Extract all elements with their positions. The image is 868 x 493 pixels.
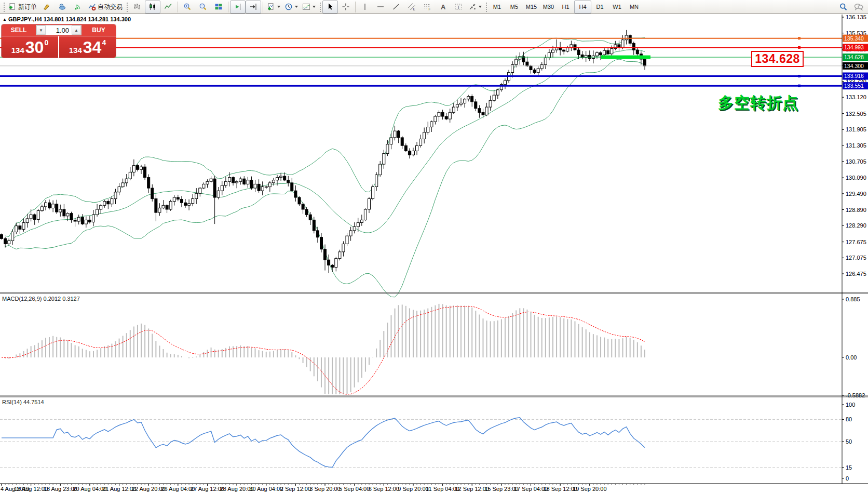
- timeframe-MN[interactable]: MN: [626, 1, 643, 14]
- candle-body: [158, 208, 161, 212]
- candle-body: [221, 185, 223, 191]
- candle-body: [111, 199, 113, 204]
- candle-body: [603, 50, 606, 55]
- candle-body: [600, 52, 602, 55]
- timeframe-M1[interactable]: M1: [489, 1, 506, 14]
- horizontal-line-button[interactable]: [373, 1, 388, 14]
- search-button[interactable]: [835, 1, 851, 14]
- auto-scroll-button[interactable]: [230, 1, 246, 14]
- fibonacci-button[interactable]: F: [419, 1, 435, 14]
- toolbar-grip[interactable]: [3, 2, 5, 12]
- volume-increase-button[interactable]: ▲: [72, 25, 81, 35]
- timeframe-M30[interactable]: M30: [540, 1, 557, 14]
- candles-chart-button[interactable]: [145, 1, 160, 14]
- line-chart-button[interactable]: [160, 1, 176, 14]
- volume-decrease-button[interactable]: ▼: [36, 25, 46, 35]
- zoom-out-icon: [199, 3, 207, 11]
- candle-body: [210, 179, 212, 181]
- candle-body: [636, 50, 639, 54]
- candle-body: [456, 104, 458, 107]
- zoom-out-button[interactable]: [195, 1, 211, 14]
- candle-body: [26, 219, 29, 223]
- chat-button[interactable]: [851, 1, 866, 14]
- candle-body: [257, 184, 260, 191]
- date-label: 5 Sep 04:00: [339, 486, 370, 492]
- toolbar-grip[interactable]: [126, 2, 128, 12]
- candle-body: [254, 184, 256, 188]
- new-order-icon: [8, 3, 17, 11]
- auto-trading-button[interactable]: 自动交易: [86, 1, 125, 14]
- candle-body: [261, 187, 264, 191]
- candle-body: [56, 204, 58, 212]
- candle-body: [596, 52, 599, 56]
- cursor-button[interactable]: [322, 1, 338, 14]
- bars-chart-button[interactable]: [129, 1, 145, 14]
- candle-body: [360, 220, 363, 222]
- tile-windows-button[interactable]: [211, 1, 226, 14]
- arrows-button[interactable]: [466, 1, 484, 14]
- sell-button[interactable]: SELL: [2, 24, 36, 36]
- candle-body: [180, 199, 183, 203]
- timeframe-M5[interactable]: M5: [506, 1, 523, 14]
- toolbar: 新订单 自动交易: [0, 0, 868, 14]
- candle-body: [629, 35, 631, 43]
- toolbar-separator: [263, 2, 263, 12]
- candle-body: [349, 231, 352, 236]
- candle-body: [328, 260, 330, 265]
- text-label-button[interactable]: T: [451, 1, 466, 14]
- candle-body: [96, 209, 99, 215]
- candle-body: [4, 238, 7, 244]
- chart-shift-icon: [249, 3, 257, 11]
- price-badge-label: 134.628: [844, 54, 864, 60]
- buy-price-prefix: 134: [69, 46, 82, 55]
- candle-body: [368, 199, 371, 210]
- price-tick-label: 136.135: [846, 14, 866, 20]
- toolbar-separator: [228, 2, 228, 12]
- date-label: 3 Sep 20:00: [309, 486, 340, 492]
- timeframe-H4[interactable]: H4: [574, 1, 591, 14]
- price-badge-label: 135.340: [844, 35, 864, 42]
- highlight-segment: [601, 56, 650, 59]
- candle-body: [70, 214, 73, 220]
- candle-body: [107, 202, 110, 204]
- timeframe-D1[interactable]: D1: [591, 1, 608, 14]
- channel-button[interactable]: E: [404, 1, 419, 14]
- candle-body: [493, 95, 495, 100]
- templates-button[interactable]: [300, 1, 318, 14]
- collapse-triangle-icon[interactable]: ▲: [3, 17, 7, 22]
- price-annotation-box[interactable]: 134.628: [751, 51, 804, 67]
- market-depth-button[interactable]: [39, 1, 55, 14]
- text-button[interactable]: A: [435, 1, 451, 14]
- volume-input[interactable]: 1.00: [46, 25, 72, 35]
- buy-button[interactable]: BUY: [82, 24, 116, 36]
- candle-body: [100, 205, 102, 209]
- periods-button[interactable]: [282, 1, 300, 14]
- symbol-title: GBPJPY-,H4: [8, 16, 42, 22]
- trendline-button[interactable]: [388, 1, 404, 14]
- zoom-in-button[interactable]: [180, 1, 195, 14]
- chart-shift-button[interactable]: [246, 1, 261, 14]
- signals-button[interactable]: [70, 1, 86, 14]
- mql5-community-button[interactable]: [55, 1, 70, 14]
- candle-body: [77, 217, 80, 221]
- indicators-icon: [267, 3, 275, 11]
- candle-body: [625, 35, 628, 40]
- candle-body: [59, 209, 62, 212]
- chart-canvas[interactable]: 136.135135.535134.920134.320133.720133.1…: [0, 0, 868, 493]
- trendline-icon: [392, 3, 400, 11]
- price-tick-label: 128.290: [846, 222, 866, 229]
- toolbar-grip[interactable]: [319, 2, 321, 12]
- toolbar-grip[interactable]: [485, 2, 487, 12]
- timeframe-M15[interactable]: M15: [523, 1, 540, 14]
- indicators-button[interactable]: [265, 1, 282, 14]
- new-order-button[interactable]: 新订单: [6, 1, 39, 14]
- line-chart-icon: [164, 3, 172, 11]
- crosshair-button[interactable]: [338, 1, 354, 14]
- timeframe-H1[interactable]: H1: [557, 1, 574, 14]
- candle-body: [401, 138, 403, 145]
- sell-price[interactable]: 134 30 0: [2, 36, 58, 58]
- timeframe-W1[interactable]: W1: [608, 1, 626, 14]
- buy-price[interactable]: 134 34 4: [59, 36, 116, 58]
- vertical-line-button[interactable]: [357, 1, 373, 14]
- candle-body: [320, 237, 323, 249]
